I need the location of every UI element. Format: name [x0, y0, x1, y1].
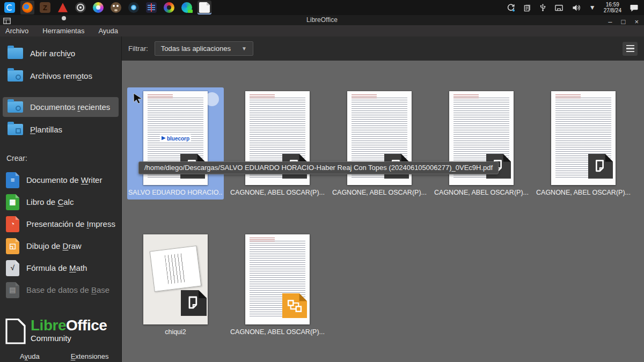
- doc-title: CAGNONE, ABEL OSCAR(P)...: [536, 189, 631, 196]
- zed-icon[interactable]: [38, 1, 52, 14]
- doc-title: CAGNONE, ABEL OSCAR(P)...: [230, 189, 325, 196]
- create-item-label: Documento de Writer: [26, 175, 102, 184]
- doc-thumbnail: [551, 91, 616, 185]
- clipboard-icon[interactable]: [523, 4, 531, 12]
- clock-date: 27/8/24: [604, 8, 621, 13]
- menu-ayuda[interactable]: Ayuda: [98, 27, 118, 35]
- tray-expand-icon[interactable]: ▼: [589, 4, 596, 11]
- prism-icon[interactable]: [56, 1, 70, 14]
- clock[interactable]: 16:59 27/8/24: [604, 2, 621, 13]
- logo-office: Office: [66, 317, 107, 334]
- recent-folder-icon: [8, 101, 23, 113]
- filter-label: Filtrar:: [128, 45, 148, 53]
- doc-title: CAGNONE, ABEL OSCAR(P)...: [230, 328, 325, 336]
- sidebar-item-plantillas[interactable]: Plantillas: [3, 120, 119, 139]
- doc-title: chiqui2: [165, 328, 186, 336]
- file-path-tooltip: /home/diego/Descargas/SALVO EDUARDO HORA…: [138, 161, 499, 174]
- logo-libre: Libre: [31, 317, 66, 334]
- gimp-icon[interactable]: [109, 1, 123, 14]
- sidebar-item-archivos-remotos[interactable]: Archivos remotos: [3, 66, 119, 86]
- maximize-button[interactable]: □: [621, 18, 626, 25]
- doc-title: CAGNONE, ABEL OSCAR(P)...: [434, 189, 529, 196]
- base-doc-icon: ▤: [6, 282, 19, 298]
- create-impress[interactable]: ◔ Presentación de Impress: [0, 213, 121, 235]
- network-icon[interactable]: [554, 4, 564, 12]
- media-player-icon[interactable]: [127, 1, 141, 14]
- math-doc-icon: √: [6, 260, 19, 276]
- bluecorp-logo: bluecorp: [160, 134, 191, 142]
- recent-doc-cagnone-3[interactable]: CAGNONE, ABEL OSCAR(P)...: [433, 87, 530, 196]
- menu-archivo[interactable]: Archivo: [5, 27, 28, 35]
- create-item-label: Libro de Calc: [26, 197, 74, 206]
- impress-doc-icon: ◔: [6, 216, 19, 232]
- doc-title: SALVO EDUARDO HORACIO...: [128, 189, 223, 196]
- libreoffice-taskbar-icon[interactable]: [197, 1, 211, 14]
- recent-doc-salvo[interactable]: bluecorp SALVO EDUARDO HORACIO...: [127, 87, 224, 200]
- templates-folder-icon: [8, 124, 23, 135]
- close-button[interactable]: ×: [634, 18, 639, 25]
- sidebar-item-documentos-recientes[interactable]: Documentos recientes: [3, 97, 119, 117]
- sidebar-item-label: Archivos remotos: [30, 71, 92, 80]
- pin-button[interactable]: [205, 92, 219, 106]
- usb-icon[interactable]: [539, 3, 546, 12]
- create-item-label: Dibujo de Draw: [26, 241, 82, 250]
- firefox-icon[interactable]: [20, 1, 34, 14]
- writer-doc-icon: ≡: [6, 172, 19, 188]
- pdf-badge-icon: [588, 154, 613, 179]
- create-draw[interactable]: ◱ Dibujo de Draw: [0, 235, 121, 257]
- recent-documents-grid: bluecorp SALVO EDUARDO HORACIO...: [122, 61, 644, 362]
- libreoffice-document-icon: [5, 318, 26, 345]
- desktop-screen: ▼ 16:59 27/8/24 LibreOffice – □ × Archiv…: [0, 0, 644, 362]
- hamburger-menu-button[interactable]: [623, 42, 638, 56]
- create-item-label: Fórmula de Math: [26, 263, 87, 272]
- clock-time: 16:59: [604, 2, 621, 8]
- sidebar-footer: Ayuda Extensiones: [0, 352, 121, 360]
- minimize-button[interactable]: –: [608, 18, 612, 25]
- sidebar-item-label: Abrir archivo: [30, 49, 75, 58]
- open-folder-icon: [8, 48, 23, 59]
- main-area: Filtrar: Todas las aplicaciones ▼ blueco…: [122, 36, 644, 362]
- logo-community: Community: [31, 334, 107, 342]
- recent-doc-cagnone-1[interactable]: CAGNONE, ABEL OSCAR(P)...: [229, 87, 326, 196]
- recent-doc-cagnone-5[interactable]: CAGNONE, ABEL OSCAR(P)...: [229, 231, 326, 336]
- recent-doc-cagnone-2[interactable]: CAGNONE, ABEL OSCAR(P)...: [331, 87, 428, 196]
- window-title: LibreOffice: [0, 16, 644, 24]
- create-calc[interactable]: ▦ Libro de Calc: [0, 191, 121, 213]
- app-launcher-icon[interactable]: [3, 1, 17, 14]
- chevron-down-icon: ▼: [241, 46, 247, 51]
- create-heading: Crear:: [6, 154, 121, 162]
- sidebar-item-label: Plantillas: [30, 125, 62, 134]
- menubar: Archivo Herramientas Ayuda: [0, 25, 644, 36]
- menu-herramientas[interactable]: Herramientas: [42, 27, 84, 35]
- volume-icon[interactable]: [572, 4, 581, 12]
- taskbar: [0, 1, 211, 14]
- doc-thumbnail: [245, 234, 310, 324]
- recent-doc-chiqui2[interactable]: chiqui2: [127, 231, 224, 336]
- updates-icon[interactable]: [507, 3, 515, 12]
- photo-editor-icon[interactable]: [144, 1, 158, 14]
- create-item-label: Presentación de Impress: [26, 219, 115, 228]
- filter-bar: Filtrar: Todas las aplicaciones ▼: [122, 36, 644, 61]
- create-math[interactable]: √ Fórmula de Math: [0, 257, 121, 279]
- sidebar-item-abrir-archivo[interactable]: Abrir archivo: [3, 43, 119, 63]
- filter-dropdown[interactable]: Todas las aplicaciones ▼: [155, 41, 253, 56]
- edge-icon[interactable]: [180, 1, 194, 14]
- create-writer[interactable]: ≡ Documento de Writer: [0, 169, 121, 191]
- darktable-icon[interactable]: [162, 1, 176, 14]
- notifications-icon[interactable]: [630, 4, 639, 12]
- draw-doc-icon: ◱: [6, 238, 19, 254]
- obs-icon[interactable]: [74, 1, 87, 14]
- pdf-badge-icon: [181, 290, 207, 316]
- extensions-link[interactable]: Extensiones: [71, 352, 109, 360]
- create-base: ▤ Base de datos de Base: [0, 279, 121, 301]
- calc-doc-icon: ▦: [6, 194, 19, 210]
- window-titlebar: LibreOffice – □ ×: [0, 15, 644, 25]
- doc-thumbnail: [143, 234, 208, 324]
- sidebar-item-label: Documentos recientes: [30, 102, 110, 112]
- recent-doc-cagnone-4[interactable]: CAGNONE, ABEL OSCAR(P)...: [535, 87, 632, 196]
- freetube-icon[interactable]: [91, 1, 105, 14]
- help-link[interactable]: Ayuda: [20, 352, 40, 360]
- firefox-task-indicator: [62, 16, 66, 20]
- system-panel: ▼ 16:59 27/8/24: [0, 0, 644, 15]
- create-item-label: Base de datos de Base: [26, 285, 109, 294]
